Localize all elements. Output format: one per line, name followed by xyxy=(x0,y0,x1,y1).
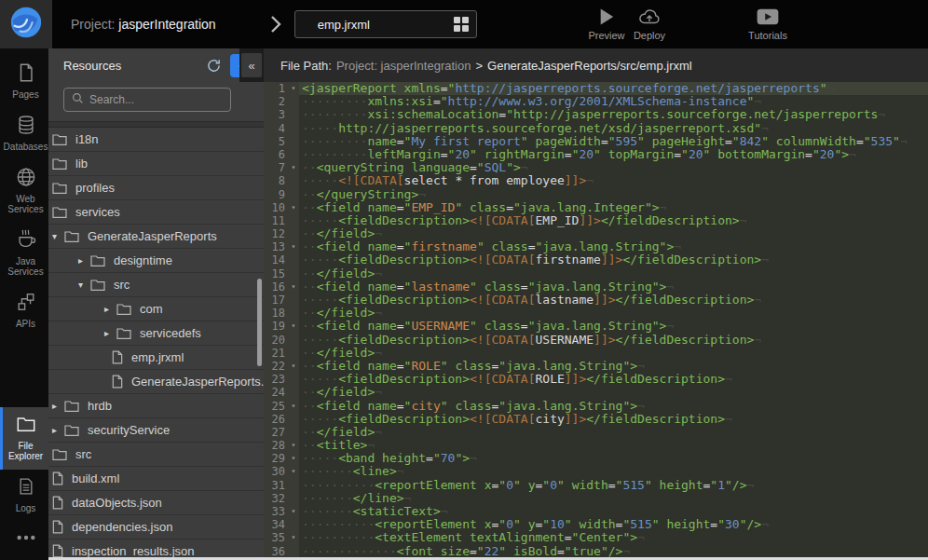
filepath-project: Project: jasperIntegration xyxy=(336,59,471,73)
fold-toggle-icon[interactable]: ▾ xyxy=(288,439,299,452)
chevron-right-icon xyxy=(270,15,281,34)
tree-item-label: com xyxy=(140,302,163,316)
fold-toggle-icon[interactable]: ▾ xyxy=(288,400,299,413)
tree-item-label: GenerateJasperReports xyxy=(88,229,217,243)
sidebar-item-web-services[interactable]: Web Services xyxy=(0,160,48,223)
code-line-25: 25▾··<field name="city" class="java.lang… xyxy=(264,400,928,413)
code-line-9: 9··</queryString>¬ xyxy=(264,188,928,201)
line-number: 25 xyxy=(264,400,288,413)
tree-item-src[interactable]: ▾src xyxy=(48,273,264,297)
sidebar-item-logs[interactable]: Logs xyxy=(0,470,48,522)
fold-toggle-icon[interactable]: ▾ xyxy=(288,240,299,253)
fold-toggle-icon[interactable]: ▾ xyxy=(288,505,299,518)
sidebar-item-file-explorer[interactable]: File Explorer xyxy=(0,407,48,470)
sidebar-item-java-services[interactable]: Java Services xyxy=(0,223,48,285)
code-line-content: ·····<fieldDescription><![CDATA[firstnam… xyxy=(299,253,928,266)
tree-item-designtime[interactable]: ▸designtime xyxy=(48,249,264,273)
chevron-down-icon[interactable]: ▾ xyxy=(78,280,90,290)
fold-gutter xyxy=(288,386,299,399)
tree-item-build-xml[interactable]: build.xml xyxy=(48,467,264,491)
sidebar-item-label: APIs xyxy=(16,319,35,329)
code-line-content: ··</field>¬ xyxy=(299,307,928,320)
fold-toggle-icon[interactable]: ▾ xyxy=(288,531,299,544)
tree-item-label: servicedefs xyxy=(140,326,201,340)
code-line-13: 13▾··<field name="firstname" class="java… xyxy=(264,240,928,253)
sidebar-item-label: File Explorer xyxy=(3,441,48,461)
code-line-content: ··</field>¬ xyxy=(299,227,928,240)
search-input[interactable] xyxy=(89,93,234,106)
fold-gutter xyxy=(288,294,299,307)
tree-item-hrdb[interactable]: ▸hrdb xyxy=(48,394,264,418)
chevron-right-icon[interactable]: ▸ xyxy=(52,401,64,411)
java-icon xyxy=(16,229,36,253)
code-line-6: 6·········leftMargin="20" rightMargin="2… xyxy=(264,148,928,161)
tree-item-com[interactable]: ▸com xyxy=(48,297,264,321)
tree-item-generatejasperreports-s[interactable]: GenerateJasperReports.s xyxy=(48,370,264,394)
fold-toggle-icon[interactable]: ▾ xyxy=(288,201,299,214)
tree-item-dependencies-json[interactable]: dependencies.json xyxy=(48,515,264,540)
sidebar-item-databases[interactable]: Databases xyxy=(0,108,48,160)
file-tab-label: emp.jrxml xyxy=(318,18,454,32)
line-number: 29 xyxy=(264,452,288,465)
tree-item-services[interactable]: services xyxy=(48,200,264,225)
code-line-24: 24··</field>¬ xyxy=(264,386,928,399)
fold-toggle-icon[interactable]: ▾ xyxy=(288,320,299,333)
tree-item-securityservice[interactable]: ▸securityService xyxy=(48,418,264,443)
deploy-button[interactable]: Deploy xyxy=(628,6,671,41)
tree-item-profiles[interactable]: profiles xyxy=(48,176,264,200)
grid-icon[interactable] xyxy=(454,17,469,32)
fold-gutter xyxy=(288,545,299,558)
search-area xyxy=(48,82,264,121)
chevron-right-icon[interactable]: ▸ xyxy=(104,304,116,314)
tree-item-label: inspection_results.json xyxy=(72,544,195,558)
line-number: 11 xyxy=(264,214,288,227)
fold-toggle-icon[interactable]: ▾ xyxy=(288,161,299,174)
tree-item-lib[interactable]: lib xyxy=(48,152,264,176)
tree-item-src[interactable]: src xyxy=(48,443,264,467)
tree-item-servicedefs[interactable]: ▸servicedefs xyxy=(48,321,264,346)
fold-toggle-icon[interactable]: ▾ xyxy=(288,280,299,294)
fold-gutter xyxy=(288,413,299,426)
code-line-content: ·····http://jasperreports.sourceforge.ne… xyxy=(299,122,928,135)
sidebar-item-more[interactable] xyxy=(0,522,48,560)
chevron-right-icon[interactable]: ▸ xyxy=(52,425,64,435)
code-editor[interactable]: 1▾<jasperReport xmlns="http://jasperrepo… xyxy=(264,82,928,560)
fold-toggle-icon[interactable]: ▾ xyxy=(288,360,299,373)
more-icon xyxy=(16,528,36,545)
chevron-down-icon[interactable]: ▾ xyxy=(52,231,64,241)
file-tab[interactable]: emp.jrxml xyxy=(294,10,477,38)
code-line-content: ··<queryString language="SQL">¬ xyxy=(299,161,928,174)
sidebar-item-pages[interactable]: Pages xyxy=(0,56,48,108)
sidebar-item-apis[interactable]: APIs xyxy=(0,285,48,337)
code-line-content: ·····<fieldDescription><![CDATA[lastname… xyxy=(299,294,928,307)
code-line-content: ··<field name="EMP_ID" class="java.lang.… xyxy=(299,201,928,214)
fold-toggle-icon[interactable]: ▾ xyxy=(288,465,299,478)
fold-gutter xyxy=(288,267,299,280)
line-number: 21 xyxy=(264,347,288,360)
line-number: 19 xyxy=(264,320,288,333)
fold-toggle-icon[interactable]: ▾ xyxy=(288,452,299,465)
chevron-right-icon[interactable]: ▸ xyxy=(78,255,90,266)
chevron-right-icon[interactable]: ▸ xyxy=(104,328,116,338)
refresh-button[interactable] xyxy=(202,54,225,76)
action-label: Tutorials xyxy=(748,30,787,41)
tree-scrollbar[interactable] xyxy=(257,279,262,366)
preview-button[interactable]: Preview xyxy=(585,6,628,41)
project-label: Project: xyxy=(71,17,115,32)
line-number: 31 xyxy=(264,479,288,492)
tree-item-generatejasperreports[interactable]: ▾GenerateJasperReports xyxy=(48,225,264,249)
tree-item-i18n[interactable]: i18n xyxy=(48,128,264,152)
collapse-panel-button[interactable]: « xyxy=(241,53,262,77)
tutorials-button[interactable]: Tutorials xyxy=(740,6,796,41)
tree-item-label: designtime xyxy=(114,253,172,267)
line-number: 22 xyxy=(264,360,288,373)
tree-item-emp-jrxml[interactable]: emp.jrxml xyxy=(48,346,264,370)
code-line-20: 20·····<fieldDescription><![CDATA[USERNA… xyxy=(264,334,928,347)
app-logo[interactable] xyxy=(0,0,52,48)
code-line-16: 16▾··<field name="lastname" class="java.… xyxy=(264,280,928,294)
tree-item-dataobjects-json[interactable]: dataObjects.json xyxy=(48,491,264,515)
logs-icon xyxy=(17,476,35,500)
fold-toggle-icon[interactable]: ▾ xyxy=(288,82,299,95)
code-line-content: ··<field name="lastname" class="java.lan… xyxy=(299,280,928,294)
code-line-32: 32·······</line>¬ xyxy=(264,492,928,505)
